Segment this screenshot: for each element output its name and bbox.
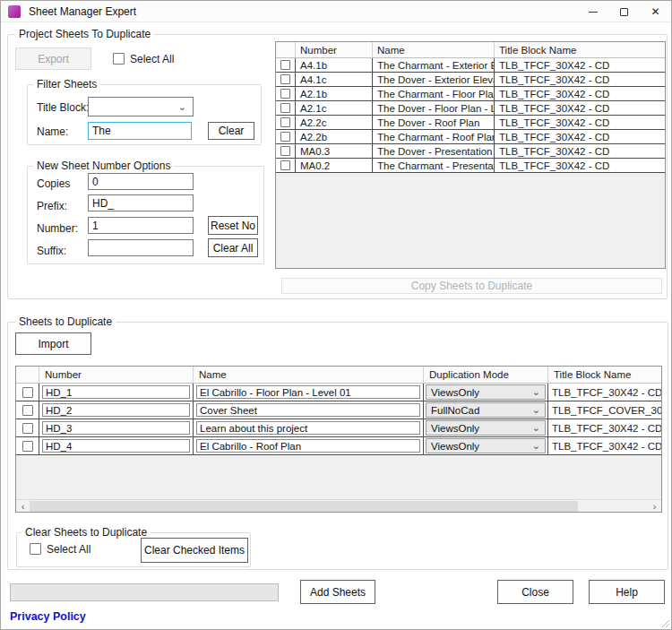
duplication-mode-dropdown[interactable]: FullNoCad⌄ [426,402,546,418]
select-all-duplicate-checkbox[interactable] [30,543,41,555]
row-select-checkbox[interactable] [280,74,290,84]
name-filter-input[interactable] [88,122,192,140]
name-cell-input[interactable] [196,385,420,399]
help-button[interactable]: Help [589,580,665,604]
copies-input[interactable] [88,173,194,190]
prefix-input[interactable] [88,194,194,211]
project-sheets-group: Project Sheets To Duplicate Export Selec… [7,34,668,299]
minimize-icon [589,12,598,13]
reset-number-button[interactable]: Reset No [208,216,258,235]
resize-grip[interactable] [660,618,669,627]
table-empty-area [276,173,665,268]
number-options-group: New Sheet Number Options Copies Prefix: … [27,166,264,264]
import-button[interactable]: Import [15,332,91,355]
row-select-checkbox[interactable] [22,423,33,434]
cell-number: A4.1c [296,73,373,86]
chevron-down-icon: ⌄ [532,405,540,415]
close-button[interactable]: Close [497,580,573,604]
clear-checked-items-button[interactable]: Clear Checked Items [141,538,248,563]
duplication-mode-dropdown[interactable]: ViewsOnly⌄ [426,420,546,436]
duplication-mode-dropdown[interactable]: ViewsOnly⌄ [426,438,546,453]
name-cell-input[interactable] [196,403,420,417]
row-select-checkbox[interactable] [280,132,290,142]
table-row: ViewsOnly⌄ TLB_TFCF_30X42 - CD [16,384,661,401]
row-select-checkbox[interactable] [22,405,33,416]
scroll-right-icon[interactable]: › [648,500,661,513]
clear-filter-button[interactable]: Clear [208,122,254,140]
column-header-title-block: Title Block Name [548,367,661,383]
suffix-label: Suffix: [37,245,66,257]
column-header-duplication-mode: Duplication Mode [424,367,548,383]
table-header-row: Number Name Duplication Mode Title Block… [16,367,661,384]
number-input[interactable] [88,217,194,234]
row-select-checkbox[interactable] [280,60,290,70]
cell-name: The Charmant - Floor Plan - L [373,87,495,100]
table-row: A2.2c The Dover - Roof Plan TLB_TFCF_30X… [276,116,665,130]
prefix-label: Prefix: [37,200,67,212]
header-checkbox-cell [16,367,39,383]
maximize-button[interactable] [608,1,640,22]
filter-sheets-group: Filter Sheets Title Block: ⌄ Name: Clear [27,84,262,145]
add-sheets-button[interactable]: Add Sheets [300,580,375,604]
minimize-button[interactable] [577,1,608,22]
row-select-checkbox[interactable] [280,160,290,170]
table-row: A2.2b The Charmant - Roof Plan TLB_TFCF_… [276,130,665,144]
clear-sheets-group-label: Clear Sheets to Duplicate [22,526,151,539]
title-bar: Sheet Manager Expert ✕ [1,1,671,22]
row-select-checkbox[interactable] [280,117,290,127]
window-title: Sheet Manager Expert [29,5,136,18]
cell-number: A2.2c [296,116,373,129]
cell-name: The Dover - Presentation Plan [373,144,495,158]
scrollbar-thumb[interactable] [30,501,578,512]
cell-name: The Dover - Roof Plan [373,116,495,129]
column-header-title-block: Title Block Name [495,42,665,57]
close-window-button[interactable]: ✕ [640,1,671,22]
row-select-checkbox[interactable] [280,103,290,113]
clear-all-button[interactable]: Clear All [208,238,258,257]
cell-title-block: TLB_TFCF_30X42 - CD [548,419,661,436]
table-row: MA0.3 The Dover - Presentation Plan TLB_… [276,144,665,159]
number-cell-input[interactable] [42,439,190,453]
select-all-project-checkbox[interactable] [113,53,125,65]
duplication-mode-dropdown[interactable]: ViewsOnly⌄ [426,384,546,400]
row-select-checkbox[interactable] [280,89,290,99]
horizontal-scrollbar[interactable]: ‹ › [16,499,661,512]
column-header-number: Number [39,367,194,383]
table-row: A4.1b The Charmant - Exterior Eleva TLB_… [276,58,665,73]
number-label: Number: [37,222,78,235]
cell-title-block: TLB_TFCF_30X42 - CD [495,101,665,115]
filter-sheets-group-label: Filter Sheets [33,78,100,91]
scroll-left-icon[interactable]: ‹ [16,500,30,513]
table-row: A2.1c The Dover - Floor Plan - Leve TLB_… [276,101,665,116]
number-options-group-label: New Sheet Number Options [33,160,174,172]
column-header-name: Name [373,42,495,57]
row-select-checkbox[interactable] [22,387,33,398]
table-row: ViewsOnly⌄ TLB_TFCF_30X42 - CD [16,437,661,455]
title-block-dropdown[interactable]: ⌄ [88,97,194,117]
name-cell-input[interactable] [196,421,420,435]
chevron-down-icon: ⌄ [532,423,540,433]
export-button[interactable]: Export [15,47,91,70]
select-all-project-label: Select All [130,53,174,65]
number-cell-input[interactable] [42,403,190,417]
row-select-checkbox[interactable] [22,441,33,452]
duplication-mode-value: ViewsOnly [431,423,479,434]
sheets-to-duplicate-group: Sheets to Duplicate Import Number Name D… [7,322,668,570]
cell-name: The Charmant - Exterior Eleva [373,58,495,72]
copy-sheets-to-duplicate-button[interactable]: Copy Sheets to Duplicate [281,278,662,294]
project-sheets-table: Number Name Title Block Name A4.1b The C… [275,41,666,269]
cell-number: A2.1c [296,101,373,115]
privacy-policy-link[interactable]: Privacy Policy [10,610,86,623]
number-cell-input[interactable] [42,421,190,435]
suffix-input[interactable] [88,239,194,256]
cell-name: The Dover - Exterior Elevation [373,73,495,86]
column-header-name: Name [194,367,424,383]
clear-sheets-group: Clear Sheets to Duplicate Select All Cle… [16,532,251,567]
sheets-to-duplicate-table: Number Name Duplication Mode Title Block… [15,366,662,513]
cell-title-block: TLB_TFCF_30X42 - CD [495,73,665,86]
column-header-number: Number [296,42,373,57]
title-block-label: Title Block: [37,101,89,114]
name-cell-input[interactable] [196,439,420,453]
number-cell-input[interactable] [42,385,190,399]
row-select-checkbox[interactable] [280,146,290,156]
